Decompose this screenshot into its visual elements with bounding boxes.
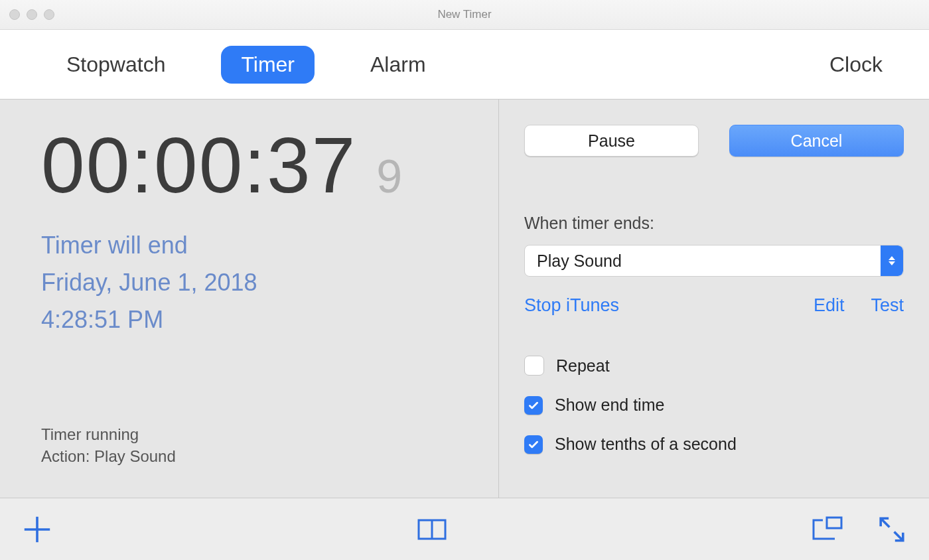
svg-line-5	[881, 518, 889, 527]
bottom-toolbar	[0, 498, 929, 560]
checkbox-checked-icon[interactable]	[524, 396, 543, 415]
pip-icon	[811, 516, 843, 543]
content: 00:00:37 9 Timer will end Friday, June 1…	[0, 100, 929, 498]
end-info-label: Timer will end	[41, 227, 459, 264]
edit-link[interactable]: Edit	[814, 295, 845, 316]
tab-stopwatch[interactable]: Stopwatch	[46, 46, 185, 84]
pause-button[interactable]: Pause	[524, 125, 699, 157]
end-info-date: Friday, June 1, 2018	[41, 264, 459, 301]
timer-tenths: 9	[376, 150, 402, 203]
split-view-button[interactable]	[416, 514, 448, 545]
action-select[interactable]: Play Sound	[524, 245, 904, 277]
cancel-button[interactable]: Cancel	[729, 125, 904, 157]
plus-icon	[21, 514, 53, 545]
timer-display: 00:00:37	[41, 126, 356, 204]
svg-rect-4	[827, 518, 841, 528]
repeat-option[interactable]: Repeat	[524, 356, 904, 376]
settings-panel: Pause Cancel When timer ends: Play Sound…	[499, 100, 929, 498]
updown-icon	[881, 245, 903, 276]
end-info-time: 4:28:51 PM	[41, 301, 459, 338]
show-tenths-label: Show tenths of a second	[555, 435, 737, 454]
mode-tabbar: Stopwatch Timer Alarm Clock	[0, 30, 929, 100]
action-select-value: Play Sound	[537, 251, 622, 271]
tab-timer[interactable]: Timer	[221, 46, 315, 84]
show-end-label: Show end time	[555, 395, 664, 415]
stop-itunes-link[interactable]: Stop iTunes	[524, 295, 619, 316]
timer-panel: 00:00:37 9 Timer will end Friday, June 1…	[0, 100, 499, 498]
window-title: New Timer	[0, 8, 929, 21]
titlebar: New Timer	[0, 0, 929, 30]
repeat-label: Repeat	[556, 356, 610, 376]
expand-icon	[876, 514, 908, 545]
fullscreen-button[interactable]	[876, 514, 908, 545]
split-view-icon	[416, 516, 448, 543]
add-button[interactable]	[21, 514, 53, 545]
status-line-action: Action: Play Sound	[41, 446, 459, 467]
timer-end-info: Timer will end Friday, June 1, 2018 4:28…	[41, 227, 459, 338]
timer-status: Timer running Action: Play Sound	[41, 424, 459, 467]
test-link[interactable]: Test	[871, 295, 904, 316]
show-end-time-option[interactable]: Show end time	[524, 395, 904, 415]
tab-clock[interactable]: Clock	[810, 46, 883, 84]
when-ends-label: When timer ends:	[524, 214, 904, 233]
svg-line-6	[894, 532, 903, 541]
checkbox-checked-icon[interactable]	[524, 435, 543, 454]
status-line-running: Timer running	[41, 424, 459, 445]
checkbox-icon[interactable]	[524, 356, 544, 376]
show-tenths-option[interactable]: Show tenths of a second	[524, 435, 904, 454]
pip-button[interactable]	[811, 514, 843, 545]
tab-alarm[interactable]: Alarm	[350, 46, 446, 84]
